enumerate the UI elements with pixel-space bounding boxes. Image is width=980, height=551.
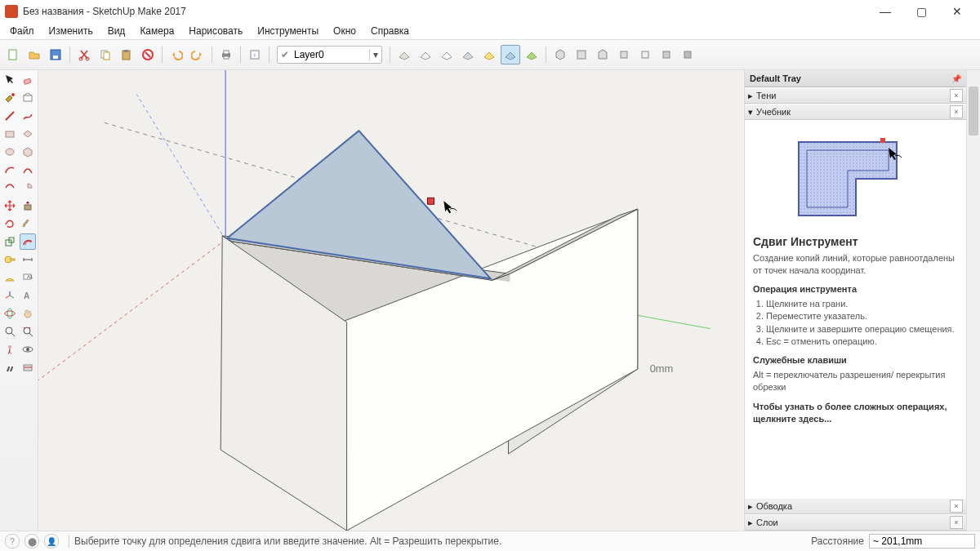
paint-tool[interactable]: [2, 90, 18, 106]
line-tool[interactable]: [2, 108, 18, 124]
scale-tool[interactable]: [2, 233, 18, 250]
menu-view[interactable]: Вид: [101, 24, 132, 38]
model-info-button[interactable]: i: [245, 45, 265, 64]
delete-button[interactable]: [138, 45, 158, 64]
style-hidden-button[interactable]: [437, 45, 457, 64]
3d-viewport[interactable]: 0mm: [38, 70, 744, 531]
panel-layers[interactable]: ▸Слои ×: [745, 514, 966, 531]
cut-button[interactable]: [74, 45, 94, 64]
layer-visible-icon[interactable]: ✔: [278, 49, 292, 60]
move-tool[interactable]: [2, 198, 18, 214]
measurement-input[interactable]: [869, 534, 975, 549]
maximize-button[interactable]: ▢: [903, 0, 939, 23]
panel-close-icon[interactable]: ×: [950, 500, 963, 513]
layer-name-input[interactable]: [292, 49, 369, 60]
zoom-extents-tool[interactable]: [20, 323, 36, 340]
open-button[interactable]: [24, 45, 44, 64]
new-button[interactable]: [3, 45, 23, 64]
menu-tools[interactable]: Инструменты: [251, 24, 325, 38]
style-textured-button[interactable]: [522, 45, 541, 64]
view-left-button[interactable]: [657, 45, 676, 64]
menu-edit[interactable]: Изменить: [42, 24, 100, 38]
zoom-tool[interactable]: [2, 323, 18, 340]
style-wire-button[interactable]: [416, 45, 435, 64]
panel-outliner[interactable]: ▸Обводка ×: [745, 498, 966, 514]
copy-button[interactable]: [96, 45, 115, 64]
layer-selector[interactable]: ✔ ▾: [277, 46, 382, 64]
look-around-tool[interactable]: [20, 341, 36, 358]
component-tool[interactable]: [20, 90, 36, 106]
measurement-label: Расстояние: [811, 535, 864, 547]
minimize-button[interactable]: —: [867, 0, 903, 23]
save-button[interactable]: [46, 45, 65, 64]
tray-scrollbar[interactable]: [966, 70, 980, 531]
style-mono-button[interactable]: [501, 45, 520, 64]
protractor-tool[interactable]: [2, 269, 18, 286]
position-camera-tool[interactable]: [2, 341, 18, 358]
axes-tool[interactable]: [2, 287, 18, 304]
2pt-arc-tool[interactable]: [20, 162, 36, 178]
style-shaded-button[interactable]: [458, 45, 478, 64]
freehand-tool[interactable]: [20, 108, 36, 124]
panel-close-icon[interactable]: ×: [950, 89, 963, 102]
view-back-button[interactable]: [635, 45, 655, 64]
style-shaded-tex-button[interactable]: [479, 45, 499, 64]
pushpull-tool[interactable]: [20, 198, 36, 214]
rotate-tool[interactable]: [2, 216, 18, 232]
print-button[interactable]: [216, 45, 236, 64]
pan-tool[interactable]: [20, 305, 36, 322]
layer-dropdown-icon[interactable]: ▾: [369, 49, 381, 60]
instructor-more-link[interactable]: Чтобы узнать о более сложных операциях, …: [753, 401, 958, 426]
tool-palette: A1 A: [0, 70, 38, 531]
tray-title[interactable]: Default Tray 📌: [745, 70, 966, 87]
geo-icon[interactable]: ⬤: [24, 534, 39, 549]
eraser-tool[interactable]: [20, 72, 36, 88]
menu-help[interactable]: Справка: [364, 24, 416, 38]
svg-point-39: [26, 348, 29, 351]
panel-close-icon[interactable]: ×: [950, 516, 963, 529]
offset-tool[interactable]: [20, 233, 36, 250]
view-right-button[interactable]: [614, 45, 634, 64]
circle-tool[interactable]: [2, 144, 18, 160]
view-front-button[interactable]: [593, 45, 612, 64]
panel-shadows[interactable]: ▸Тени ×: [745, 87, 966, 104]
svg-point-33: [5, 311, 15, 316]
view-iso-button[interactable]: [550, 45, 570, 64]
arc-tool[interactable]: [2, 162, 18, 178]
panel-instructor[interactable]: ▾Учебник ×: [745, 104, 966, 120]
svg-point-34: [7, 309, 12, 318]
followme-tool[interactable]: [20, 216, 36, 232]
dimension-tool[interactable]: [20, 251, 36, 268]
text-tool[interactable]: A1: [20, 269, 36, 286]
help-icon[interactable]: ?: [5, 534, 20, 549]
view-top-button[interactable]: [572, 45, 591, 64]
section-tool[interactable]: [20, 359, 36, 375]
close-button[interactable]: ✕: [939, 0, 975, 23]
select-tool[interactable]: [2, 72, 18, 88]
person-icon[interactable]: 👤: [44, 534, 59, 549]
3pt-arc-tool[interactable]: [2, 180, 18, 196]
pie-tool[interactable]: [20, 180, 36, 196]
walk-tool[interactable]: [2, 359, 18, 375]
rotated-rect-tool[interactable]: [20, 126, 36, 142]
panel-close-icon[interactable]: ×: [950, 105, 963, 118]
undo-button[interactable]: [167, 45, 186, 64]
rectangle-tool[interactable]: [2, 126, 18, 142]
polygon-tool[interactable]: [20, 144, 36, 160]
menu-file[interactable]: Файл: [3, 24, 41, 38]
svg-rect-22: [24, 96, 32, 101]
3dtext-tool[interactable]: A: [20, 287, 36, 304]
svg-rect-8: [124, 50, 128, 52]
svg-point-24: [6, 149, 14, 155]
view-bottom-button[interactable]: [678, 45, 697, 64]
svg-rect-16: [621, 51, 627, 58]
menu-camera[interactable]: Камера: [133, 24, 180, 38]
orbit-tool[interactable]: [2, 305, 18, 322]
paste-button[interactable]: [117, 45, 136, 64]
tape-tool[interactable]: [2, 251, 18, 268]
style-xray-button[interactable]: [394, 45, 414, 64]
redo-button[interactable]: [188, 45, 207, 64]
menu-draw[interactable]: Нарисовать: [182, 24, 249, 38]
pin-icon[interactable]: 📌: [951, 74, 961, 83]
menu-window[interactable]: Окно: [327, 24, 363, 38]
